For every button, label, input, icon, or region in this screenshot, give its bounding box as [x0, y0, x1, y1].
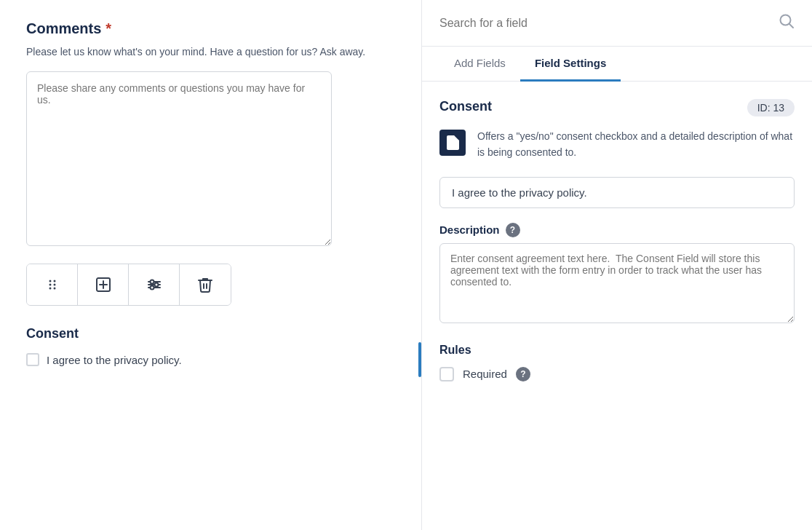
right-panel: Add Fields Field Settings Consent ID: 13…	[422, 0, 812, 530]
delete-icon	[198, 277, 212, 293]
field-info-row: Offers a "yes/no" consent checkbox and a…	[439, 128, 795, 161]
tab-field-settings[interactable]: Field Settings	[520, 47, 621, 82]
add-field-icon	[95, 277, 111, 293]
field-type-icon	[439, 130, 466, 156]
svg-point-2	[49, 284, 51, 286]
rules-section: Rules Required ?	[439, 344, 795, 381]
active-indicator-bar	[418, 342, 421, 377]
svg-point-12	[150, 280, 154, 284]
left-panel: Comments * Please let us know what's on …	[0, 0, 422, 530]
field-label-row: Comments *	[26, 20, 395, 37]
required-checkbox[interactable]	[439, 367, 454, 381]
required-label: Required	[463, 368, 507, 380]
svg-point-0	[49, 280, 51, 282]
rules-title: Rules	[439, 344, 795, 357]
svg-point-4	[49, 288, 51, 290]
required-row: Required ?	[439, 367, 795, 381]
description-help-icon[interactable]: ?	[506, 223, 520, 237]
drag-icon	[46, 278, 59, 291]
field-type-name: Consent	[439, 99, 492, 114]
field-description: Please let us know what's on your mind. …	[26, 44, 395, 60]
consent-checkbox-row: I agree to the privacy policy.	[26, 353, 395, 366]
svg-point-13	[154, 283, 158, 287]
add-field-button[interactable]	[78, 264, 129, 305]
field-id-badge: ID: 13	[747, 99, 795, 116]
field-label-text: Comments	[26, 20, 101, 37]
description-textarea[interactable]	[439, 243, 795, 323]
description-label: Description	[439, 224, 500, 236]
settings-button[interactable]	[129, 264, 180, 305]
field-toolbar	[26, 264, 231, 306]
description-label-row: Description ?	[439, 223, 795, 237]
tabs-row: Add Fields Field Settings	[422, 47, 812, 82]
delete-button[interactable]	[180, 264, 231, 305]
svg-point-5	[53, 288, 55, 290]
consent-checkbox[interactable]	[26, 353, 39, 366]
svg-point-3	[53, 284, 55, 286]
drag-handle-button[interactable]	[27, 264, 78, 305]
svg-point-14	[150, 286, 154, 290]
field-settings-header: Consent ID: 13	[439, 99, 795, 116]
comments-textarea[interactable]	[26, 71, 332, 246]
required-help-icon[interactable]: ?	[516, 367, 530, 381]
consent-checkbox-label: I agree to the privacy policy.	[47, 354, 182, 366]
search-input[interactable]	[439, 17, 771, 30]
consent-section-title: Consent	[26, 326, 395, 341]
svg-point-1	[53, 280, 55, 282]
settings-icon	[146, 277, 162, 293]
settings-content: Consent ID: 13 Offers a "yes/no" consent…	[422, 82, 812, 530]
search-bar	[422, 0, 812, 47]
search-icon	[779, 13, 795, 33]
consent-value-input[interactable]	[439, 177, 795, 208]
field-info-description: Offers a "yes/no" consent checkbox and a…	[477, 128, 795, 161]
svg-line-16	[789, 24, 794, 28]
required-star: *	[106, 20, 111, 37]
tab-add-fields[interactable]: Add Fields	[439, 47, 520, 82]
